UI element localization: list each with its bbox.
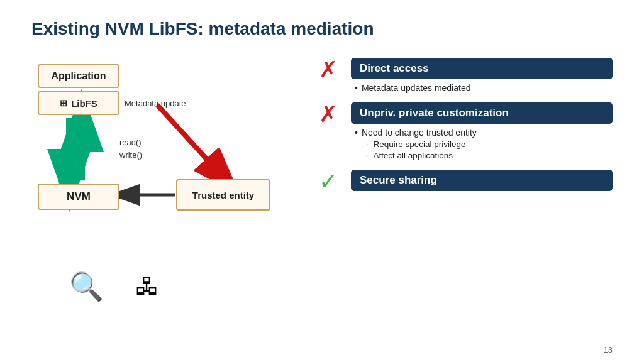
bullet-need-change: Need to change trusted entity xyxy=(355,128,613,138)
secure-sharing-header: Secure sharing xyxy=(351,170,613,191)
secure-sharing-block: ✓ Secure sharing xyxy=(314,170,613,195)
svg-line-6 xyxy=(157,105,223,177)
libfs-box: ⊞ LibFS xyxy=(38,91,119,115)
trusted-box: Trusted entity xyxy=(176,179,270,211)
direct-access-bullets: Metadata updates mediated xyxy=(351,83,613,93)
content-area: Application ⊞ LibFS Metadata update read… xyxy=(31,58,613,309)
left-diagram: Application ⊞ LibFS Metadata update read… xyxy=(31,58,296,309)
direct-access-text: Direct access Metadata updates mediated xyxy=(351,58,613,95)
network-icon: ⊞ xyxy=(60,98,67,108)
unpriv-custom-bullets: Need to change trusted entity Require sp… xyxy=(351,128,613,160)
right-content: ✗ Direct access Metadata updates mediate… xyxy=(314,58,613,309)
cross-icon-1: ✗ xyxy=(314,57,342,83)
hierarchy-icon: 🖧 xyxy=(135,273,159,300)
bullet-text-need: Need to change trusted entity xyxy=(362,128,477,138)
bullet-metadata-mediated: Metadata updates mediated xyxy=(355,83,613,93)
app-box: Application xyxy=(38,64,119,88)
app-label: Application xyxy=(51,70,106,82)
sub-require-privilege: Require special privilege xyxy=(361,140,613,149)
secure-sharing-text: Secure sharing xyxy=(351,170,613,195)
unpriv-custom-header: Unpriv. private customization xyxy=(351,102,613,124)
readwrite-label: read() write() xyxy=(119,136,142,161)
sub-affect-all: Affect all applications xyxy=(361,151,613,160)
write-label: write() xyxy=(119,149,142,162)
nvm-label: NVM xyxy=(67,190,91,203)
slide: Existing NVM LibFS: metadata mediation xyxy=(0,0,644,362)
bottom-icons: 🔍 🖧 xyxy=(69,270,159,303)
direct-access-block: ✗ Direct access Metadata updates mediate… xyxy=(314,58,613,95)
direct-access-header: Direct access xyxy=(351,58,613,79)
libfs-label: LibFS xyxy=(71,98,97,109)
nvm-box: NVM xyxy=(38,184,119,210)
search-magnify-icon: 🔍 xyxy=(69,270,104,303)
metadata-label: Metadata update xyxy=(125,99,186,108)
page-number: 13 xyxy=(604,345,613,354)
diagram-area: Application ⊞ LibFS Metadata update read… xyxy=(31,58,296,309)
slide-title: Existing NVM LibFS: metadata mediation xyxy=(31,19,613,39)
sub-text-privilege: Require special privilege xyxy=(374,140,466,149)
cross-icon-2: ✗ xyxy=(314,101,342,128)
trusted-label: Trusted entity xyxy=(192,190,254,200)
read-label: read() xyxy=(119,136,142,149)
sub-text-affect: Affect all applications xyxy=(374,151,453,160)
bullet-text-1: Metadata updates mediated xyxy=(362,83,471,93)
unpriv-custom-text: Unpriv. private customization Need to ch… xyxy=(351,102,613,162)
unpriv-custom-block: ✗ Unpriv. private customization Need to … xyxy=(314,102,613,162)
check-icon: ✓ xyxy=(314,168,342,195)
